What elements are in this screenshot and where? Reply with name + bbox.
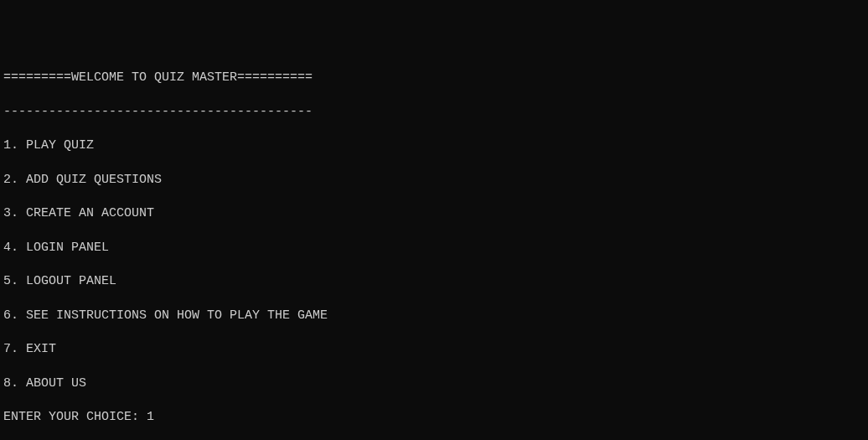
menu-item-play: 1. PLAY QUIZ: [3, 137, 865, 154]
welcome-header: =========WELCOME TO QUIZ MASTER=========…: [3, 70, 865, 86]
menu-item-create-account: 3. CREATE AN ACCOUNT: [3, 205, 865, 222]
menu-item-about: 8. ABOUT US: [3, 375, 865, 392]
menu-item-add: 2. ADD QUIZ QUESTIONS: [3, 172, 865, 189]
menu-item-logout: 5. LOGOUT PANEL: [3, 273, 865, 290]
choice-input-value[interactable]: 1: [147, 410, 154, 424]
menu-item-instructions: 6. SEE INSTRUCTIONS ON HOW TO PLAY THE G…: [3, 308, 865, 324]
menu-item-login: 4. LOGIN PANEL: [3, 240, 865, 256]
choice-prompt-label: ENTER YOUR CHOICE:: [3, 410, 147, 424]
choice-prompt-line[interactable]: ENTER YOUR CHOICE: 1: [3, 409, 865, 426]
divider-line: ----------------------------------------…: [3, 104, 865, 121]
menu-item-exit: 7. EXIT: [3, 341, 865, 358]
